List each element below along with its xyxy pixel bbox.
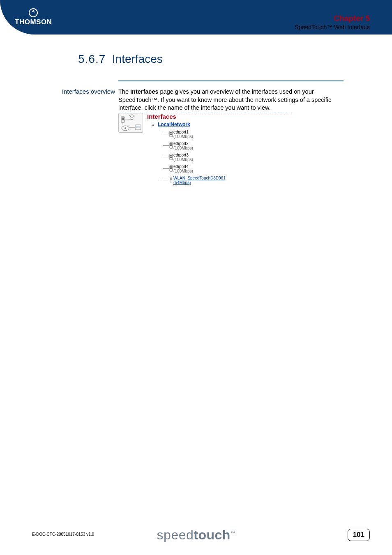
thomson-mark-icon <box>29 8 38 17</box>
thomson-wordmark: THOMSON <box>15 18 52 26</box>
page-footer: E-DOC-CTC-20051017-0153 v1.0 speedtouch™… <box>0 518 392 555</box>
port-name: ethport4 <box>173 164 189 169</box>
ethernet-icon <box>168 131 173 137</box>
svg-rect-15 <box>170 145 172 146</box>
interface-node: ethport2 (100Mbps) <box>163 141 291 150</box>
interface-subtree: ethport1 (100Mbps) ethport2 (100Mbps) <box>158 130 291 185</box>
wlan-icon <box>168 177 173 183</box>
port-speed: (100Mbps) <box>173 146 193 150</box>
port-name: ethport1 <box>173 130 189 134</box>
svg-rect-3 <box>122 119 124 120</box>
port-speed: (100Mbps) <box>173 134 193 139</box>
section-heading: 5.6.7 Interfaces <box>78 53 163 66</box>
body-paragraph: The Interfaces page gives you an overvie… <box>118 88 344 112</box>
chapter-title: Chapter 5 <box>295 14 370 23</box>
svg-rect-18 <box>170 155 172 156</box>
svg-rect-19 <box>170 157 172 158</box>
svg-point-12 <box>168 134 169 134</box>
interfaces-thumb-icon <box>118 113 143 133</box>
svg-rect-8 <box>136 126 140 128</box>
interface-node-wlan: WLAN: SpeedTouchD8D961 (54Mbps) <box>163 176 291 185</box>
port-name: ethport2 <box>173 141 189 146</box>
panel-title: Interfaces <box>147 113 291 120</box>
tree-root: LocalNetwork ethport1 (100Mbps) <box>158 122 291 185</box>
svg-point-6 <box>125 127 126 129</box>
page-number: 101 <box>348 529 370 541</box>
interfaces-panel: Interfaces LocalNetwork ethport1 (100Mbp… <box>118 112 291 187</box>
chapter-header: Chapter 5 SpeedTouch™ Web Interface <box>295 14 370 30</box>
doc-id: E-DOC-CTC-20051017-0153 v1.0 <box>32 532 94 537</box>
svg-point-26 <box>171 178 172 179</box>
interface-node: ethport3 (100Mbps) <box>163 153 291 162</box>
svg-point-20 <box>168 157 169 157</box>
section-number: 5.6.7 <box>78 53 106 65</box>
local-network-link[interactable]: LocalNetwork <box>158 122 190 127</box>
svg-rect-11 <box>170 134 172 135</box>
svg-point-4 <box>131 117 133 120</box>
ethernet-icon <box>168 154 173 160</box>
section-rule <box>118 81 344 81</box>
interface-node: ethport1 (100Mbps) <box>163 130 291 139</box>
svg-point-24 <box>168 168 169 169</box>
speedtouch-logo: speedtouch™ <box>157 527 235 543</box>
interface-node: ethport4 (100Mbps) <box>163 164 291 173</box>
svg-rect-22 <box>170 166 172 168</box>
port-name: ethport3 <box>173 153 189 157</box>
chapter-subtitle: SpeedTouch™ Web Interface <box>295 24 370 30</box>
svg-point-16 <box>168 145 169 146</box>
section-title: Interfaces <box>112 53 163 65</box>
wlan-link[interactable]: WLAN: SpeedTouchD8D961 <box>173 176 226 180</box>
wlan-speed-link[interactable]: (54Mbps) <box>173 180 191 185</box>
ethernet-icon <box>168 165 173 172</box>
svg-rect-23 <box>170 168 172 169</box>
margin-label: Interfaces overview <box>49 88 115 95</box>
thomson-logo: THOMSON <box>15 8 52 26</box>
svg-rect-10 <box>170 132 172 133</box>
svg-rect-2 <box>122 117 124 119</box>
svg-rect-14 <box>170 143 172 145</box>
port-speed: (100Mbps) <box>173 169 193 173</box>
port-speed: (100Mbps) <box>173 157 193 162</box>
ethernet-icon <box>168 142 173 149</box>
